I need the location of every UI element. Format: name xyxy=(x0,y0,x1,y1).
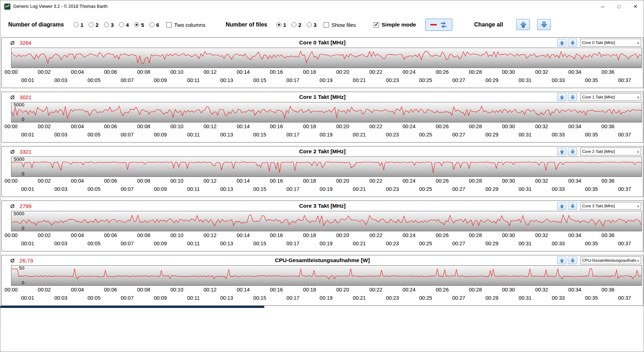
time-label: 00:23 xyxy=(386,186,399,192)
time-label: 00:03 xyxy=(54,186,67,192)
time-label: 00:01 xyxy=(21,186,34,192)
diagram-panel-core3: Ø 2799 Core 3 Takt [MHz] Core 3 Takt [MH… xyxy=(1,201,643,251)
app-icon xyxy=(4,4,10,10)
close-button[interactable]: × xyxy=(627,0,644,13)
arrow-down-icon xyxy=(570,95,575,100)
time-label: 00:29 xyxy=(486,295,498,301)
radio-icon[interactable] xyxy=(276,22,281,27)
move-down-button[interactable] xyxy=(568,93,577,101)
time-label: 00:02 xyxy=(38,232,51,238)
panel-title: Core 1 Takt [MHz] xyxy=(2,94,643,100)
time-label: 00:19 xyxy=(320,132,333,138)
radio-icon[interactable] xyxy=(89,22,94,27)
time-label: 00:37 xyxy=(618,77,631,83)
time-label: 00:20 xyxy=(336,124,349,129)
time-label: 00:22 xyxy=(369,232,382,238)
time-label: 00:18 xyxy=(303,287,316,293)
change-all-up-button[interactable] xyxy=(516,19,530,30)
time-label: 00:33 xyxy=(552,186,565,192)
two-columns-checkbox[interactable] xyxy=(166,22,172,28)
time-label: 00:16 xyxy=(270,124,283,129)
move-up-button[interactable] xyxy=(557,256,566,264)
line-plot xyxy=(11,157,641,177)
time-label: 00:20 xyxy=(336,287,349,293)
time-label: 00:33 xyxy=(552,241,565,246)
radio-icon[interactable] xyxy=(149,22,154,27)
file-count-option-1[interactable]: 1 xyxy=(276,22,286,28)
time-label: 00:04 xyxy=(71,69,84,75)
time-label: 00:21 xyxy=(353,295,366,301)
time-label: 00:33 xyxy=(552,77,565,83)
show-files-checkbox-item[interactable]: Show files xyxy=(324,21,356,28)
red-line-sample-icon xyxy=(430,24,437,25)
chart-area[interactable]: 50000 xyxy=(11,211,642,231)
radio-icon[interactable] xyxy=(74,22,79,27)
channel-dropdown[interactable]: Core 2 Takt [MHz] ∨ xyxy=(580,148,641,155)
line-plot xyxy=(11,266,641,285)
time-label: 00:34 xyxy=(568,287,581,293)
line-plot xyxy=(11,48,641,68)
change-all-down-button[interactable] xyxy=(537,19,551,30)
channel-dropdown[interactable]: Core 1 Takt [MHz] ∨ xyxy=(580,93,641,101)
radio-icon[interactable] xyxy=(291,22,296,27)
diagram-count-option-4[interactable]: 4 xyxy=(119,22,129,28)
time-label: 00:12 xyxy=(203,232,216,238)
two-columns-checkbox-item[interactable]: Two columns xyxy=(166,21,206,28)
arrow-down-icon xyxy=(570,40,575,45)
file-count-option-2[interactable]: 2 xyxy=(291,22,301,28)
time-label: 00:18 xyxy=(303,178,316,184)
time-label: 00:15 xyxy=(253,77,266,83)
line-style-sync-button[interactable] xyxy=(425,19,452,31)
time-label: 00:07 xyxy=(121,186,133,192)
time-label: 00:01 xyxy=(21,241,34,246)
time-label: 00:02 xyxy=(38,124,51,129)
move-up-button[interactable] xyxy=(557,39,566,47)
time-label: 00:01 xyxy=(21,295,34,301)
move-up-button[interactable] xyxy=(557,148,566,155)
minimize-button[interactable]: ─ xyxy=(594,0,611,13)
time-label: 00:03 xyxy=(54,241,67,246)
move-down-button[interactable] xyxy=(568,148,577,155)
diagram-count-option-1[interactable]: 1 xyxy=(74,22,83,28)
channel-dropdown[interactable]: Core 3 Takt [MHz] ∨ xyxy=(580,202,641,210)
maximize-button[interactable]: □ xyxy=(611,0,627,13)
diagram-count-option-6[interactable]: 6 xyxy=(149,22,159,28)
simple-mode-checkbox-item[interactable]: Simple mode xyxy=(374,21,416,28)
time-label: 00:05 xyxy=(88,241,100,246)
move-down-button[interactable] xyxy=(568,202,577,210)
radio-icon[interactable] xyxy=(134,22,139,27)
time-axis-row2: 00:0100:0300:0500:0700:0900:1100:1300:15… xyxy=(11,241,641,247)
radio-label: 2 xyxy=(298,22,301,28)
move-down-button[interactable] xyxy=(568,256,577,264)
show-files-checkbox[interactable] xyxy=(324,22,329,28)
arrow-down-icon xyxy=(570,149,575,154)
file-count-option-3[interactable]: 3 xyxy=(307,22,316,28)
time-label: 00:13 xyxy=(220,241,233,246)
chart-area[interactable]: 50000 xyxy=(11,102,642,122)
y-axis-tick: 50 xyxy=(12,266,24,271)
radio-icon[interactable] xyxy=(307,22,312,27)
time-label: 00:16 xyxy=(270,69,283,75)
radio-icon[interactable] xyxy=(119,22,124,27)
y-axis-tick: 0 xyxy=(12,117,24,122)
chart-area[interactable]: 50000 xyxy=(11,156,642,177)
time-label: 00:25 xyxy=(419,241,432,246)
chart-area[interactable] xyxy=(11,48,642,68)
titlebar[interactable]: Generic Log Viewer 3.2 - © 2018 Thomas B… xyxy=(0,0,644,13)
move-up-button[interactable] xyxy=(557,202,566,210)
radio-icon[interactable] xyxy=(104,22,109,27)
diagram-count-option-5[interactable]: 5 xyxy=(134,22,144,28)
channel-dropdown[interactable]: CPU-Gesamtleistungsaufnahme [W] ∨ xyxy=(580,256,641,264)
time-label: 00:28 xyxy=(469,124,482,129)
move-up-button[interactable] xyxy=(557,93,566,101)
channel-dropdown[interactable]: Core 0 Takt [MHz] ∨ xyxy=(580,39,641,47)
diagram-count-option-2[interactable]: 2 xyxy=(89,22,98,28)
simple-mode-checkbox[interactable] xyxy=(374,22,379,28)
time-label: 00:34 xyxy=(568,232,581,238)
time-label: 00:23 xyxy=(386,241,399,246)
time-label: 00:05 xyxy=(88,132,100,138)
chart-area[interactable]: 500 xyxy=(11,265,642,286)
diagram-count-option-3[interactable]: 3 xyxy=(104,22,114,28)
move-down-button[interactable] xyxy=(568,39,577,47)
time-label: 00:12 xyxy=(203,124,216,129)
